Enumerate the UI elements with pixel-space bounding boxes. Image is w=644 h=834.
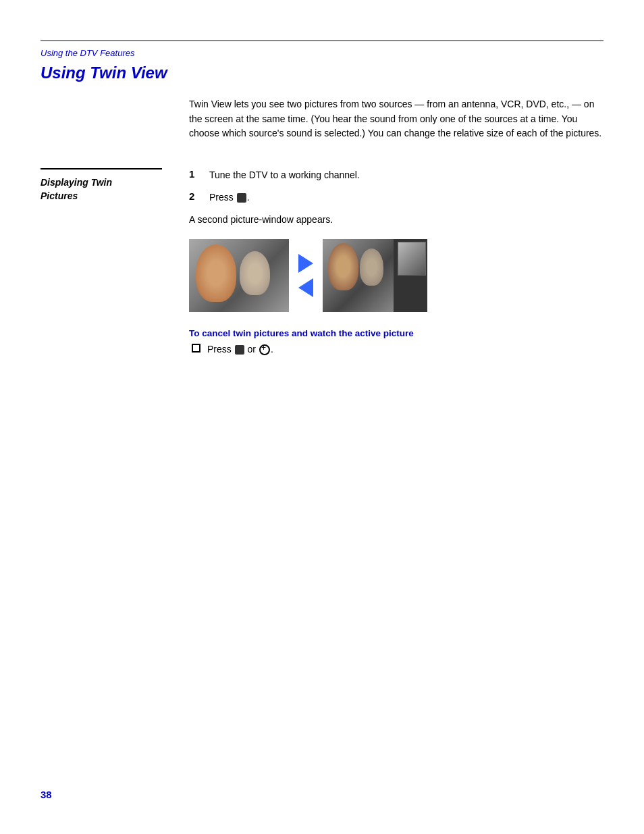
right-column-intro: Twin View lets you see two pictures from…: [189, 97, 603, 161]
main-content: Twin View lets you see two pictures from…: [41, 97, 603, 161]
circle-plus-icon: [259, 344, 270, 355]
step-2: 2 Press .: [189, 190, 603, 205]
top-rule: [41, 41, 603, 41]
arrow-left-icon: [298, 278, 313, 297]
section-label: Displaying Twin Pictures: [41, 176, 189, 203]
section-right: 1 Tune the DTV to a working channel. 2 P…: [189, 168, 603, 357]
image-before: [189, 239, 289, 312]
step-2-text: Press .: [209, 190, 250, 205]
image-comparison: [189, 239, 603, 312]
step-1: 1 Tune the DTV to a working channel.: [189, 168, 603, 182]
image-right-main: [323, 239, 394, 312]
section-row: Displaying Twin Pictures 1 Tune the DTV …: [41, 168, 603, 357]
arrow-right-icon: [298, 254, 313, 273]
cancel-bullet-text: Press or .: [207, 342, 273, 357]
image-after: [323, 239, 427, 312]
face-left-2: [240, 251, 270, 295]
section-divider: [41, 168, 162, 170]
section-left: Displaying Twin Pictures: [41, 168, 189, 357]
face-right-1: [328, 243, 358, 290]
left-column: [41, 97, 189, 161]
cancel-link-text: To cancel twin pictures and watch the ac…: [189, 328, 603, 338]
steps-area: 1 Tune the DTV to a working channel. 2 P…: [189, 168, 603, 357]
page-container: Using the DTV Features Using Twin View T…: [0, 0, 644, 834]
step-1-number: 1: [189, 168, 203, 180]
face-left-1: [196, 244, 236, 302]
breadcrumb: Using the DTV Features: [41, 48, 603, 58]
btn-square-icon-step2: [237, 193, 246, 203]
cancel-bullet: Press or .: [192, 342, 603, 357]
image-right-inset: [398, 242, 426, 276]
intro-text: Twin View lets you see two pictures from…: [189, 97, 603, 141]
cancel-section: To cancel twin pictures and watch the ac…: [189, 328, 603, 357]
page-number: 38: [41, 789, 52, 800]
step-2-number: 2: [189, 190, 203, 202]
btn-square-icon-cancel: [235, 345, 244, 355]
step-1-text: Tune the DTV to a working channel.: [209, 168, 360, 182]
page-title: Using Twin View: [41, 63, 603, 82]
face-right-2: [360, 249, 383, 286]
bullet-checkbox-icon: [192, 344, 200, 353]
arrows: [298, 254, 313, 297]
second-picture-text: A second picture-window appears.: [189, 213, 603, 227]
